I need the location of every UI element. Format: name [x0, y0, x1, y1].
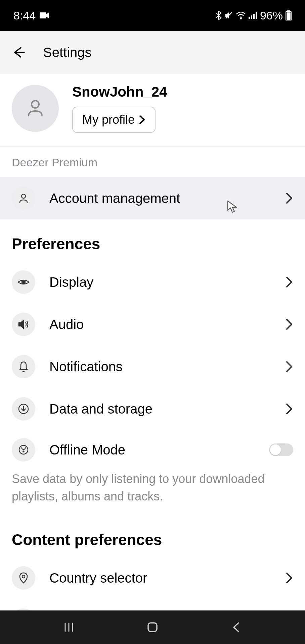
- display-label: Display: [49, 275, 271, 290]
- chevron-right-icon: [285, 571, 293, 585]
- svg-point-2: [240, 18, 241, 19]
- svg-rect-4: [251, 15, 252, 19]
- back-nav-button[interactable]: [226, 617, 246, 637]
- profile-section: SnowJohn_24 My profile: [0, 74, 305, 147]
- account-management-row[interactable]: Account management: [0, 177, 305, 219]
- subscription-label: Deezer Premium: [0, 147, 305, 177]
- my-profile-button[interactable]: My profile: [72, 107, 156, 133]
- svg-point-16: [22, 575, 25, 578]
- explicit-content-row[interactable]: E Explicit content: [0, 599, 305, 610]
- chevron-right-icon: [285, 192, 293, 205]
- country-selector-label: Country selector: [49, 571, 271, 586]
- offline-mode-label: Offline Mode: [49, 442, 255, 458]
- recents-button[interactable]: [59, 617, 79, 637]
- display-row[interactable]: Display: [0, 261, 305, 303]
- home-button[interactable]: [142, 617, 163, 637]
- audio-row[interactable]: Audio: [0, 303, 305, 345]
- my-profile-label: My profile: [82, 113, 135, 127]
- bell-icon: [12, 355, 35, 378]
- content-prefs-heading: Content preferences: [0, 515, 305, 557]
- svg-point-11: [21, 194, 26, 198]
- battery-icon: [286, 10, 292, 20]
- status-time: 8:44: [13, 9, 36, 22]
- offline-mode-description: Save data by only listening to your down…: [0, 468, 305, 515]
- country-selector-row[interactable]: Country selector: [0, 557, 305, 599]
- chevron-right-icon: [285, 402, 293, 416]
- offline-mode-toggle[interactable]: [269, 443, 293, 456]
- data-storage-label: Data and storage: [49, 401, 271, 417]
- user-icon: [12, 186, 35, 210]
- page-title: Settings: [43, 45, 92, 60]
- app-body: Settings SnowJohn_24 My profile Deezer P…: [0, 31, 305, 610]
- header-bar: Settings: [0, 31, 305, 74]
- svg-rect-3: [249, 17, 250, 19]
- notifications-row[interactable]: Notifications: [0, 345, 305, 388]
- svg-rect-6: [256, 12, 257, 19]
- offline-mode-row: Offline Mode: [0, 430, 305, 468]
- system-nav-bar: [0, 610, 305, 644]
- camera-icon: [40, 12, 50, 19]
- speaker-icon: [12, 313, 35, 336]
- notifications-label: Notifications: [49, 359, 271, 374]
- toggle-knob: [270, 444, 281, 455]
- status-left: 8:44: [13, 9, 50, 22]
- svg-point-10: [32, 101, 39, 108]
- wifi-icon: [236, 11, 246, 19]
- svg-rect-9: [287, 12, 291, 20]
- location-icon: [12, 566, 35, 590]
- svg-point-15: [23, 451, 24, 452]
- svg-point-12: [22, 280, 25, 284]
- username: SnowJohn_24: [72, 84, 167, 100]
- back-button[interactable]: [10, 44, 26, 60]
- eye-icon: [12, 270, 35, 294]
- chevron-right-icon: [139, 115, 145, 125]
- account-management-label: Account management: [49, 191, 271, 206]
- chevron-right-icon: [285, 318, 293, 331]
- status-right: 96%: [216, 9, 292, 22]
- svg-rect-0: [40, 12, 46, 18]
- content-area: SnowJohn_24 My profile Deezer Premium Ac…: [0, 74, 305, 610]
- avatar: [12, 85, 59, 132]
- chevron-right-icon: [285, 275, 293, 289]
- mute-icon: [224, 11, 233, 20]
- battery-percent: 96%: [260, 9, 283, 22]
- chevron-right-icon: [285, 360, 293, 373]
- download-icon: [12, 397, 35, 421]
- signal-icon: [249, 12, 257, 19]
- offline-icon: [12, 438, 35, 462]
- svg-rect-22: [148, 623, 157, 632]
- audio-label: Audio: [49, 317, 271, 332]
- data-storage-row[interactable]: Data and storage: [0, 388, 305, 430]
- status-bar: 8:44 96%: [0, 0, 305, 31]
- profile-info: SnowJohn_24 My profile: [72, 84, 167, 133]
- preferences-heading: Preferences: [0, 219, 305, 261]
- svg-rect-5: [253, 14, 255, 19]
- bluetooth-icon: [216, 11, 222, 20]
